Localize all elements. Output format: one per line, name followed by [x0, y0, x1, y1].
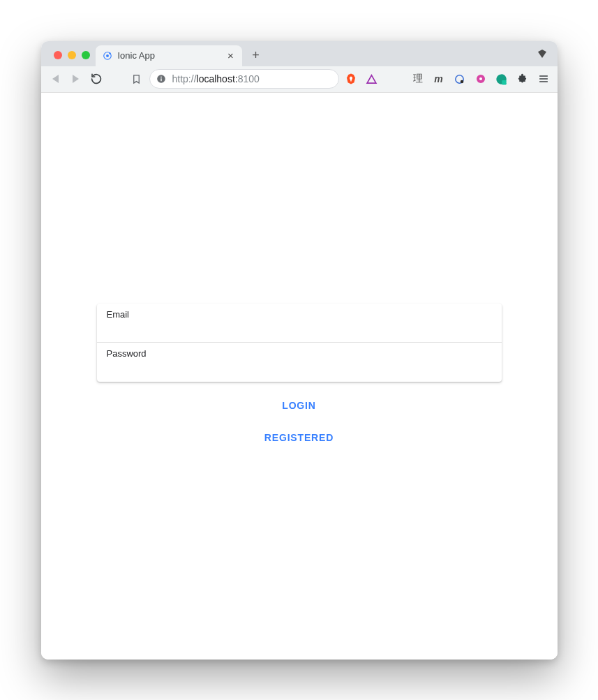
nav-forward-button[interactable]	[68, 71, 84, 87]
login-card: Email Password	[97, 304, 502, 382]
password-item[interactable]: Password	[97, 343, 502, 382]
brave-shield-icon[interactable]	[535, 47, 549, 61]
window-maximize-button[interactable]	[82, 51, 90, 59]
triangle-warning-icon[interactable]	[365, 72, 379, 86]
svg-point-4	[160, 76, 162, 77]
svg-rect-5	[160, 78, 162, 81]
traffic-lights	[48, 51, 96, 66]
toolbar: http://localhost:8100 理 m	[41, 66, 558, 93]
extension-circle-blue-icon[interactable]	[453, 72, 467, 86]
hamburger-menu-button[interactable]	[537, 72, 551, 86]
url-text: http://localhost:8100	[172, 73, 333, 84]
brave-lion-icon[interactable]	[344, 72, 358, 86]
reload-button[interactable]	[89, 71, 104, 87]
extension-m-icon[interactable]: m	[432, 72, 446, 86]
login-button[interactable]: LOGIN	[272, 394, 326, 417]
address-bar[interactable]: http://localhost:8100	[149, 69, 339, 89]
svg-point-7	[461, 80, 464, 83]
email-label: Email	[107, 309, 492, 320]
action-buttons: LOGIN REGISTERED	[97, 394, 502, 449]
email-input[interactable]	[107, 320, 492, 335]
bookmark-button[interactable]	[129, 71, 144, 87]
toolbar-right-icons: 理 m	[344, 72, 551, 86]
browser-window: Ionic App × + http://l	[41, 41, 558, 660]
extension-circle-pink-icon[interactable]	[474, 72, 488, 86]
svg-point-2	[109, 52, 111, 54]
password-label: Password	[107, 348, 492, 359]
password-input[interactable]	[107, 359, 492, 374]
extension-cjk-icon[interactable]: 理	[411, 72, 425, 86]
email-item[interactable]: Email	[97, 304, 502, 343]
nav-back-button[interactable]	[48, 71, 63, 87]
login-container: Email Password LOGIN REGISTERED	[97, 304, 502, 449]
ionic-favicon-icon	[103, 51, 112, 61]
window-close-button[interactable]	[54, 51, 62, 59]
page-viewport: Email Password LOGIN REGISTERED	[41, 93, 558, 660]
svg-rect-10	[502, 80, 506, 84]
browser-tab[interactable]: Ionic App ×	[96, 45, 242, 66]
tab-title: Ionic App	[118, 50, 220, 61]
tabstrip-right	[535, 41, 549, 66]
extensions-puzzle-icon[interactable]	[516, 72, 530, 86]
registered-button[interactable]: REGISTERED	[255, 426, 343, 449]
site-info-icon[interactable]	[156, 73, 167, 84]
svg-point-1	[106, 54, 109, 57]
extension-q-icon[interactable]	[495, 72, 509, 86]
svg-point-9	[479, 77, 482, 80]
new-tab-button[interactable]: +	[246, 46, 266, 66]
window-minimize-button[interactable]	[68, 51, 76, 59]
tab-close-button[interactable]: ×	[225, 50, 237, 61]
tab-strip: Ionic App × +	[41, 41, 558, 66]
